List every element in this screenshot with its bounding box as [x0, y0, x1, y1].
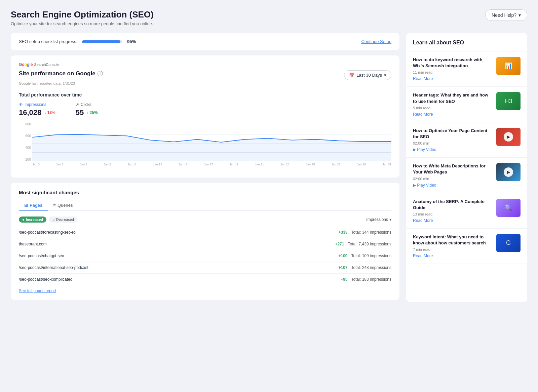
learn-item: Anatomy of the SERP: A Complete Guide 13… — [406, 193, 527, 229]
tab-queries[interactable]: ≡ Queries — [48, 200, 78, 211]
table-row: /seo-podcast/chatgpt-seo +109 Total: 109… — [19, 250, 391, 262]
row-change: +95 — [341, 277, 347, 282]
row-change: +333 — [338, 230, 347, 235]
row-total: Total: 183 impressions — [351, 277, 391, 282]
table-row: theseorant.com +271 Total: 7,439 impress… — [19, 238, 391, 250]
impressions-metric: 👁 Impressions 16,028 ↓ 13% — [19, 102, 55, 117]
gsc-title: Site performance on Google i — [19, 70, 103, 77]
progress-card: SEO setup checklist progress: 95% Contin… — [11, 33, 399, 50]
row-stats: +107 Total: 248 impressions — [338, 265, 391, 270]
thumb-icon: G — [506, 239, 511, 246]
row-change: +271 — [335, 242, 344, 246]
progress-bar-fill — [82, 40, 120, 43]
chart-svg-container — [32, 122, 391, 161]
learn-item-content: How to do keyword research with Wix's Se… — [413, 57, 492, 81]
learn-panel-title: Learn all about SEO — [406, 40, 527, 51]
google-logo-text: Google — [19, 62, 33, 67]
learn-item-title: Header tags: What they are and how to us… — [413, 92, 492, 104]
play-video-link[interactable]: ▶ Play Video — [413, 147, 492, 152]
gsc-card: Google SearchConsole Site performance on… — [11, 55, 399, 178]
learn-item: Header tags: What they are and how to us… — [406, 87, 527, 122]
read-more-link[interactable]: Read More — [413, 112, 492, 117]
row-stats: +95 Total: 183 impressions — [341, 277, 391, 282]
learn-item-title: How to Optimize Your Page Content for SE… — [413, 128, 492, 140]
row-total: Total: 248 impressions — [351, 265, 391, 270]
chart-x-axis: Jan 3 Jan 5 Jan 7 Jan 9 Jan 11 Jan 13 Ja… — [32, 163, 391, 169]
thumb-icon: H3 — [504, 98, 512, 105]
learn-item-meta: 13 min read — [413, 212, 492, 216]
thumb-icon: 📊 — [505, 62, 512, 70]
row-change: +109 — [338, 253, 347, 258]
page-title: Search Engine Optimization (SEO) — [11, 9, 154, 20]
performance-chart: 800 600 400 200 — [19, 122, 391, 169]
clicks-metric: ↗ Clicks 55 ↑ 25% — [76, 102, 98, 117]
table-row: /seo-podcast/international-seo-podcast +… — [19, 262, 391, 274]
need-help-button[interactable]: Need Help? ▾ — [485, 9, 527, 21]
row-url: /seo-podcast/international-seo-podcast — [19, 265, 88, 270]
clicks-value: 55 ↑ 25% — [76, 108, 98, 117]
learn-item-content: How to Write Meta Descriptions for Your … — [413, 163, 492, 187]
read-more-link[interactable]: Read More — [413, 76, 492, 81]
pages-tab-icon: ⊞ — [24, 203, 28, 208]
calendar-icon: 📅 — [349, 73, 354, 78]
learn-item-thumbnail: ▶ — [496, 128, 521, 146]
row-stats: +271 Total: 7,439 impressions — [335, 242, 391, 246]
clicks-label: ↗ Clicks — [76, 102, 98, 107]
read-more-link[interactable]: Read More — [413, 253, 492, 258]
play-video-link[interactable]: ▶ Play Video — [413, 183, 492, 188]
impressions-filter[interactable]: Impressions ▾ — [366, 217, 391, 222]
badge-increased[interactable]: ● Increased — [19, 217, 46, 223]
learn-item-title: Anatomy of the SERP: A Complete Guide — [413, 199, 492, 211]
learn-item-thumbnail: 📊 — [496, 57, 521, 75]
see-full-pages-link[interactable]: See full pages report — [19, 288, 56, 293]
pages-table: /seo-podcast/forecasting-seo-roi +333 To… — [19, 227, 391, 285]
learn-item-thumbnail: ▶ — [496, 163, 521, 181]
clicks-change: ↑ 25% — [86, 110, 98, 115]
learn-item: Keyword intent: What you need to know ab… — [406, 229, 527, 264]
learn-item-content: How to Optimize Your Page Content for SE… — [413, 128, 492, 152]
learn-item-content: Keyword intent: What you need to know ab… — [413, 234, 492, 258]
changes-title: Most significant changes — [19, 190, 391, 195]
learn-item-meta: 02:00 min — [413, 177, 492, 181]
learn-panel: Learn all about SEO How to do keyword re… — [406, 33, 527, 302]
cursor-icon: ↗ — [76, 102, 79, 107]
page-subtitle: Optimize your site for search engines so… — [11, 21, 154, 26]
info-icon[interactable]: i — [98, 71, 103, 76]
learn-item-title: How to do keyword research with Wix's Se… — [413, 57, 492, 69]
need-help-label: Need Help? — [492, 12, 516, 18]
read-more-link[interactable]: Read More — [413, 218, 492, 223]
date-filter-label: Last 30 Days — [356, 73, 382, 78]
thumb-icon: 🔍 — [505, 204, 512, 211]
changes-card: Most significant changes ⊞ Pages ≡ Queri… — [11, 183, 399, 300]
progress-label: SEO setup checklist progress: — [19, 39, 77, 44]
learn-item-title: How to Write Meta Descriptions for Your … — [413, 163, 492, 175]
search-console-label: SearchConsole — [34, 63, 59, 67]
chevron-down-icon: ▾ — [389, 217, 391, 222]
queries-tab-icon: ≡ — [53, 203, 56, 208]
row-stats: +333 Total: 344 impressions — [338, 230, 391, 235]
chart-y-axis: 800 600 400 200 — [19, 122, 32, 161]
row-url: /seo-podcast/chatgpt-seo — [19, 253, 64, 258]
learn-item-thumbnail: H3 — [496, 92, 521, 110]
learn-item-meta: 5 min read — [413, 106, 492, 110]
badge-decreased[interactable]: ○ Decreased — [49, 217, 77, 223]
increased-dot: ● — [22, 218, 25, 222]
row-url: theseorant.com — [19, 242, 47, 246]
svg-marker-4 — [32, 134, 391, 161]
learn-item-title: Keyword intent: What you need to know ab… — [413, 234, 492, 246]
play-icon: ▶ — [504, 167, 513, 177]
date-filter-button[interactable]: 📅 Last 30 Days ▾ — [344, 70, 391, 80]
chevron-down-icon: ▾ — [518, 12, 521, 18]
perf-title: Total performance over time — [19, 92, 391, 97]
continue-setup-link[interactable]: Continue Setup — [361, 39, 391, 44]
learn-item-meta: 11 min read — [413, 70, 492, 74]
learn-item-thumbnail: 🔍 — [496, 199, 521, 217]
tab-pages[interactable]: ⊞ Pages — [19, 200, 48, 211]
row-change: +107 — [338, 265, 347, 270]
impressions-change: ↓ 13% — [44, 110, 55, 115]
learn-item: How to Write Meta Descriptions for Your … — [406, 158, 527, 193]
row-total: Total: 109 impressions — [351, 253, 391, 258]
gsc-logo: Google SearchConsole — [19, 62, 391, 67]
decreased-dot: ○ — [52, 218, 55, 222]
play-icon: ▶ — [504, 132, 513, 142]
